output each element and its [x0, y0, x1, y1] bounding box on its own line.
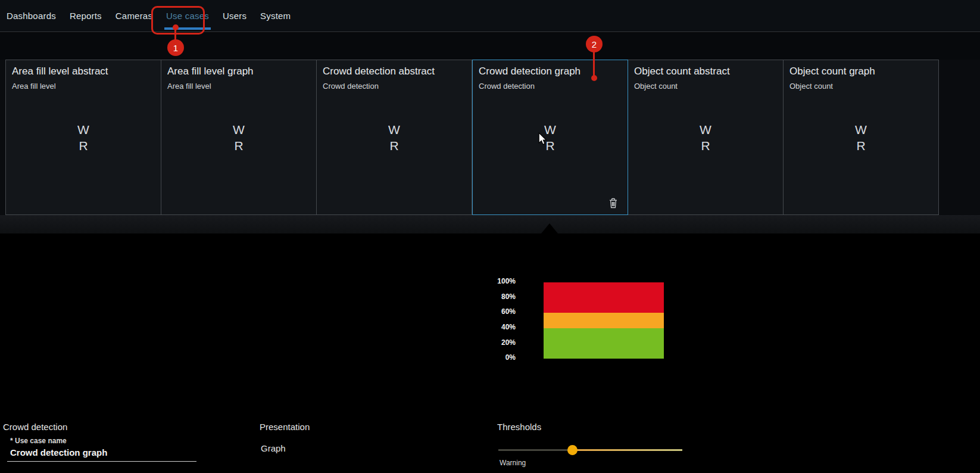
- card-title: Area fill level graph: [167, 66, 310, 77]
- card-subtitle: Object count: [789, 82, 932, 91]
- slider-track-right: [573, 449, 682, 451]
- presentation-label: Presentation: [260, 422, 310, 432]
- background-band: [0, 33, 980, 60]
- chart-tick-80: 80%: [475, 292, 516, 301]
- annotation-box-1: [151, 6, 205, 35]
- nav-tab-dashboards[interactable]: Dashboards: [7, 0, 56, 32]
- use-case-name-input[interactable]: * Use case name Crowd detection graph: [7, 435, 199, 463]
- main-nav: Dashboards Reports Cameras Use cases Use…: [0, 0, 980, 32]
- chart-tick-20: 20%: [475, 338, 516, 347]
- trash-icon: [608, 201, 618, 210]
- use-case-editor-popup: 100% 80% 60% 40% 20% 0% Crowd detection …: [0, 234, 980, 473]
- card-watermark: WR: [161, 122, 316, 154]
- warning-threshold-slider[interactable]: [498, 440, 682, 460]
- use-case-cards-row: Area fill level abstract Area fill level…: [5, 60, 939, 215]
- popup-arrow: [541, 223, 558, 234]
- card-area-fill-level-graph[interactable]: Area fill level graph Area fill level WR: [161, 60, 317, 215]
- chart-tick-0: 0%: [475, 353, 516, 362]
- input-underline: [7, 461, 196, 462]
- card-title: Area fill level abstract: [12, 66, 155, 77]
- card-title: Object count abstract: [634, 66, 777, 77]
- threshold-preview-chart: [544, 282, 664, 359]
- card-object-count-abstract[interactable]: Object count abstract Object count WR: [628, 60, 784, 215]
- card-subtitle: Area fill level: [12, 82, 155, 91]
- card-watermark: WR: [784, 122, 938, 154]
- annotation-dot-1: [173, 24, 179, 30]
- warning-zone: [544, 313, 664, 328]
- nav-tab-users[interactable]: Users: [223, 0, 246, 32]
- chart-tick-60: 60%: [475, 307, 516, 316]
- warning-threshold-label: Warning: [500, 459, 526, 467]
- card-subtitle: Area fill level: [167, 82, 310, 91]
- thresholds-label: Thresholds: [497, 422, 541, 432]
- mouse-cursor: [537, 132, 548, 148]
- card-subtitle: Crowd detection: [479, 82, 622, 91]
- use-case-name-value: Crowd detection graph: [10, 447, 107, 458]
- annotation-step-1-badge: 1: [167, 39, 184, 56]
- top-nav-bar: Dashboards Reports Cameras Use cases Use…: [0, 0, 980, 32]
- delete-use-case-button[interactable]: [608, 198, 619, 209]
- card-watermark: WR: [6, 122, 161, 154]
- card-title: Crowd detection abstract: [323, 66, 466, 77]
- card-area-fill-level-abstract[interactable]: Area fill level abstract Area fill level…: [5, 60, 161, 215]
- chart-tick-100: 100%: [475, 277, 516, 285]
- card-watermark: WR: [317, 122, 472, 154]
- slider-handle[interactable]: [567, 445, 578, 455]
- card-watermark: WR: [473, 122, 628, 154]
- card-watermark: WR: [628, 122, 783, 154]
- normal-zone: [544, 328, 664, 359]
- nav-tab-system[interactable]: System: [260, 0, 291, 32]
- editor-section-title: Crowd detection: [3, 422, 67, 432]
- annotation-dot-2: [591, 75, 597, 81]
- card-crowd-detection-graph-selected[interactable]: Crowd detection graph Crowd detection WR: [472, 60, 628, 215]
- popup-connector-band: [0, 215, 980, 234]
- nav-tab-cameras[interactable]: Cameras: [116, 0, 152, 32]
- card-subtitle: Crowd detection: [323, 82, 466, 91]
- chart-tick-40: 40%: [475, 323, 516, 331]
- nav-tab-reports[interactable]: Reports: [70, 0, 102, 32]
- card-title: Object count graph: [789, 66, 932, 77]
- slider-track-left: [498, 449, 573, 451]
- use-case-name-label: * Use case name: [10, 437, 67, 445]
- card-object-count-graph[interactable]: Object count graph Object count WR: [784, 60, 939, 215]
- card-crowd-detection-abstract[interactable]: Crowd detection abstract Crowd detection…: [317, 60, 472, 215]
- app-screen: Dashboards Reports Cameras Use cases Use…: [0, 0, 980, 473]
- card-subtitle: Object count: [634, 82, 777, 91]
- card-title: Crowd detection graph: [479, 66, 622, 77]
- annotation-step-2-badge: 2: [586, 36, 603, 52]
- critical-zone: [544, 282, 664, 313]
- presentation-select[interactable]: Graph: [261, 443, 286, 453]
